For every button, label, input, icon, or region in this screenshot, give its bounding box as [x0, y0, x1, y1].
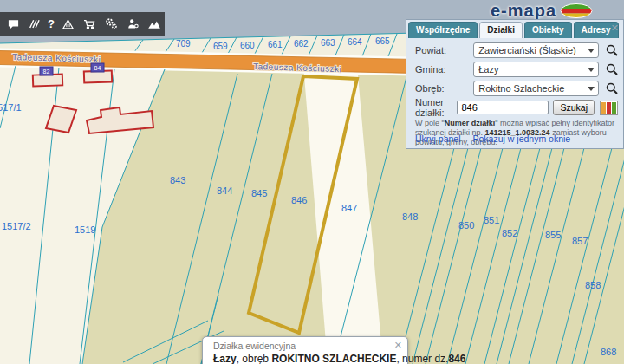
help-icon[interactable]: ? — [48, 16, 55, 32]
popup-title: Działka ewidencyjna — [213, 341, 400, 351]
panel-links: Ukryj panel Pokazuj w jednym oknie — [415, 133, 570, 144]
gmina-label: Gmina: — [415, 64, 473, 75]
chevron-down-icon — [588, 87, 595, 91]
svg-text:858: 858 — [585, 280, 601, 290]
chevron-down-icon — [588, 49, 595, 53]
svg-text:852: 852 — [502, 228, 517, 238]
svg-text:1517/1: 1517/1 — [0, 102, 22, 113]
address-number: 84 — [94, 65, 101, 71]
tab-wspolrzedne[interactable]: Współrzędne — [408, 22, 478, 38]
svg-text:662: 662 — [294, 39, 309, 49]
svg-text:857: 857 — [572, 236, 588, 246]
panel-collapse-icon[interactable]: ✕ — [611, 23, 619, 34]
globe-logo-icon — [560, 3, 593, 18]
settings-gears-icon[interactable] — [103, 16, 119, 32]
address-number: 82 — [43, 68, 50, 75]
powiat-search-icon[interactable] — [606, 44, 618, 56]
svg-text:868: 868 — [601, 347, 616, 357]
mountains-icon[interactable] — [146, 16, 162, 32]
svg-text:661: 661 — [268, 40, 283, 49]
svg-text:664: 664 — [348, 37, 362, 47]
svg-text:665: 665 — [375, 36, 390, 46]
svg-text:850: 850 — [458, 220, 474, 231]
obreb-select[interactable]: Rokitno Szlacheckie — [473, 81, 599, 96]
parcel-info-popup: Działka ewidencyjna ✕ Łazy, obręb ROKITN… — [202, 336, 408, 364]
svg-text:843: 843 — [170, 175, 185, 185]
red-swatch — [607, 102, 611, 114]
chevron-down-icon — [588, 68, 595, 72]
map-toolbar: ? — [0, 12, 165, 36]
terrain-icon[interactable] — [61, 16, 75, 32]
hide-panel-link[interactable]: Ukryj panel — [415, 133, 461, 144]
svg-text:847: 847 — [341, 203, 357, 213]
svg-text:663: 663 — [321, 38, 335, 48]
svg-text:844: 844 — [217, 185, 232, 196]
e-mapa-app: 709 659 660 661 662 663 664 665 Tadeusza… — [0, 0, 624, 364]
popup-collapse-icon[interactable]: ✕ — [394, 340, 402, 351]
gmina-search-icon[interactable] — [606, 63, 618, 75]
svg-text:709: 709 — [176, 39, 191, 49]
svg-text:851: 851 — [484, 215, 499, 225]
svg-text:659: 659 — [213, 42, 228, 51]
popup-parcel-info: Łazy, obręb ROKITNO SZLACHECKIE, numer d… — [213, 353, 400, 364]
gmina-value: Łazy — [478, 64, 498, 75]
powiat-label: Powiat: — [415, 45, 473, 55]
obreb-search-icon[interactable] — [606, 82, 618, 94]
building — [33, 74, 62, 86]
locate-user-icon[interactable] — [125, 16, 140, 32]
svg-text:845: 845 — [251, 188, 267, 198]
plot-number-label: Numer działki: — [415, 97, 457, 118]
svg-text:848: 848 — [402, 211, 418, 222]
cart-icon[interactable] — [81, 16, 97, 32]
orange-swatch — [601, 102, 606, 114]
svg-text:846: 846 — [291, 195, 307, 205]
comment-icon[interactable] — [6, 16, 21, 32]
svg-text:855: 855 — [545, 230, 561, 240]
brand-logo: e-mapa — [491, 1, 593, 21]
svg-text:660: 660 — [240, 41, 255, 50]
single-window-link[interactable]: Pokazuj w jednym oknie — [473, 133, 571, 144]
tab-obiekty[interactable]: Obiekty — [524, 22, 572, 38]
svg-text:1519: 1519 — [75, 224, 95, 235]
tab-dzialki[interactable]: Działki — [479, 22, 523, 38]
obreb-label: Obręb: — [415, 83, 473, 94]
obreb-value: Rokitno Szlacheckie — [478, 83, 564, 94]
search-panel: Współrzędne Działki Obiekty Adresy ✕ Pow… — [406, 19, 624, 149]
search-button[interactable]: Szukaj — [553, 100, 595, 115]
gmina-select[interactable]: Łazy — [473, 62, 599, 77]
layer-colors-widget[interactable] — [600, 101, 618, 115]
panel-tabs: Współrzędne Działki Obiekty Adresy — [408, 22, 621, 38]
svg-text:1517/2: 1517/2 — [2, 221, 31, 231]
brand-name: e-mapa — [491, 1, 556, 21]
powiat-select[interactable]: Zawierciański (Śląskie) — [473, 42, 599, 58]
building — [84, 70, 112, 82]
measure-icon[interactable] — [27, 16, 42, 32]
green-swatch — [612, 102, 616, 114]
plot-number-input[interactable] — [457, 101, 549, 114]
powiat-value: Zawierciański (Śląskie) — [478, 45, 575, 55]
